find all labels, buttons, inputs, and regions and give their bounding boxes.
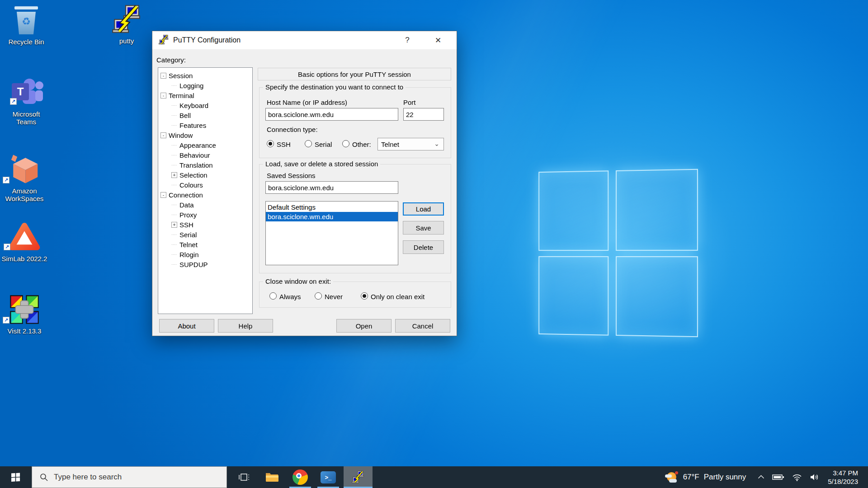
port-input[interactable] — [403, 108, 444, 121]
tree-item-colours[interactable]: Colours — [158, 180, 252, 190]
window-titlebar[interactable]: PuTTY Configuration ? ✕ — [152, 31, 457, 49]
search-input[interactable] — [54, 473, 203, 482]
stored-session-group: Load, save or delete a stored session Sa… — [259, 164, 451, 273]
tree-item-appearance[interactable]: Appearance — [158, 140, 252, 150]
tree-item-serial[interactable]: Serial — [158, 230, 252, 239]
collapse-icon[interactable]: - — [160, 192, 166, 198]
delete-button[interactable]: Delete — [403, 240, 444, 254]
host-name-input[interactable] — [265, 108, 398, 121]
expand-icon[interactable]: + — [171, 172, 177, 178]
taskbar-app-chrome[interactable] — [289, 466, 311, 488]
wallpaper-pane — [616, 256, 698, 337]
collapse-icon[interactable]: - — [160, 73, 166, 79]
taskbar-app-putty[interactable] — [344, 466, 373, 488]
chevron-up-icon[interactable] — [758, 475, 764, 479]
saved-sessions-list[interactable]: Default Settings bora.sciclone.wm.edu — [265, 201, 398, 265]
wifi-icon[interactable] — [792, 474, 802, 481]
tree-connector — [171, 262, 177, 267]
always-radio[interactable] — [269, 292, 277, 300]
wallpaper-pane — [538, 256, 609, 336]
destination-group: Specify the destination you want to conn… — [259, 87, 451, 158]
tree-item-connection[interactable]: -Connection — [158, 190, 252, 200]
putty-taskbar-icon — [351, 470, 365, 484]
close-window-group: Close window on exit: Always Never Only … — [259, 282, 451, 308]
tree-item-session[interactable]: -Session — [158, 70, 252, 80]
only-on-clean-exit-radio-label[interactable]: Only on clean exit — [371, 293, 425, 300]
taskbar-app-file-explorer[interactable] — [261, 466, 283, 488]
tree-connector — [171, 212, 177, 218]
ssh-radio[interactable] — [267, 140, 274, 147]
list-item-default-settings[interactable]: Default Settings — [266, 202, 398, 212]
tree-connector — [171, 162, 177, 168]
weather-condition: Partly sunny — [704, 473, 746, 482]
help-footer-button[interactable]: Help — [218, 319, 273, 333]
wallpaper-pane — [616, 169, 698, 251]
other-protocol-dropdown[interactable]: Telnet ⌄ — [377, 138, 444, 150]
tree-item-data[interactable]: Data — [158, 200, 252, 210]
collapse-icon[interactable]: - — [160, 132, 166, 138]
tree-connector — [171, 202, 177, 208]
desktop-icon-microsoft-teams[interactable]: T ↗ Microsoft Teams — [3, 75, 50, 126]
tree-item-translation[interactable]: Translation — [158, 160, 252, 170]
help-button[interactable]: ? — [397, 31, 418, 49]
cancel-button[interactable]: Cancel — [395, 319, 450, 333]
tree-connector — [171, 242, 177, 248]
taskbar-weather[interactable]: 67°F Partly sunny — [665, 471, 746, 483]
port-label: Port — [403, 99, 416, 106]
open-button[interactable]: Open — [336, 319, 392, 333]
window-title: PuTTY Configuration — [173, 36, 241, 44]
always-radio-label[interactable]: Always — [279, 293, 301, 300]
desktop-icon-simlab[interactable]: ↗ SimLab 2022.2 — [1, 220, 48, 263]
only-on-clean-exit-radio[interactable] — [361, 292, 368, 300]
tree-connector — [171, 113, 177, 118]
taskbar-app-task-view[interactable] — [233, 466, 255, 488]
save-button[interactable]: Save — [403, 221, 444, 235]
expand-icon[interactable]: + — [171, 222, 177, 228]
tree-connector — [171, 142, 177, 148]
tree-item-supdup[interactable]: SUPDUP — [158, 259, 252, 269]
other-radio[interactable] — [342, 140, 349, 147]
battery-icon[interactable] — [772, 474, 784, 480]
list-item-bora-selected[interactable]: bora.sciclone.wm.edu — [266, 212, 398, 221]
ssh-radio-label[interactable]: SSH — [277, 141, 291, 148]
category-tree[interactable]: -Session Logging -Terminal Keyboard Bell… — [158, 67, 253, 314]
about-button[interactable]: About — [159, 319, 214, 333]
desktop-icon-recycle-bin[interactable]: ♻ Recycle Bin — [3, 3, 50, 46]
serial-radio[interactable] — [305, 140, 312, 147]
saved-session-input[interactable] — [265, 181, 398, 194]
load-button[interactable]: Load — [403, 202, 444, 216]
tree-connector — [171, 152, 177, 158]
tree-item-rlogin[interactable]: Rlogin — [158, 249, 252, 259]
group-title: Specify the destination you want to conn… — [263, 83, 406, 91]
tree-item-features[interactable]: Features — [158, 120, 252, 130]
category-label: Category: — [156, 56, 186, 64]
icon-label: Amazon WorkSpaces — [1, 187, 48, 202]
tree-item-behaviour[interactable]: Behaviour — [158, 150, 252, 160]
group-title: Load, save or delete a stored session — [263, 160, 380, 168]
tree-item-logging[interactable]: Logging — [158, 80, 252, 90]
tree-item-bell[interactable]: Bell — [158, 110, 252, 120]
close-button[interactable]: ✕ — [428, 31, 448, 49]
desktop-icon-putty[interactable]: putty — [103, 2, 150, 45]
desktop-icon-visit[interactable]: ↗ VisIt 2.13.3 — [1, 292, 48, 335]
serial-radio-label[interactable]: Serial — [315, 141, 332, 148]
other-radio-label[interactable]: Other: — [352, 141, 371, 148]
never-radio-label[interactable]: Never — [325, 293, 343, 300]
taskbar-clock[interactable]: 3:47 PM 5/18/2023 — [828, 469, 858, 486]
tree-item-selection[interactable]: +Selection — [158, 170, 252, 180]
tree-item-terminal[interactable]: -Terminal — [158, 90, 252, 100]
tree-item-proxy[interactable]: Proxy — [158, 210, 252, 220]
taskbar-app-powershell[interactable]: >_ — [317, 466, 339, 488]
tree-item-telnet[interactable]: Telnet — [158, 239, 252, 249]
collapse-icon[interactable]: - — [160, 93, 166, 99]
saved-sessions-label: Saved Sessions — [267, 172, 316, 179]
task-view-icon — [238, 472, 250, 483]
taskbar-search[interactable] — [32, 466, 227, 488]
desktop-icon-amazon-workspaces[interactable]: ↗ Amazon WorkSpaces — [1, 152, 48, 202]
tree-item-ssh[interactable]: +SSH — [158, 220, 252, 230]
never-radio[interactable] — [315, 292, 322, 300]
tree-item-window[interactable]: -Window — [158, 130, 252, 140]
tree-item-keyboard[interactable]: Keyboard — [158, 100, 252, 110]
volume-icon[interactable] — [810, 474, 820, 481]
start-button[interactable] — [0, 466, 32, 488]
